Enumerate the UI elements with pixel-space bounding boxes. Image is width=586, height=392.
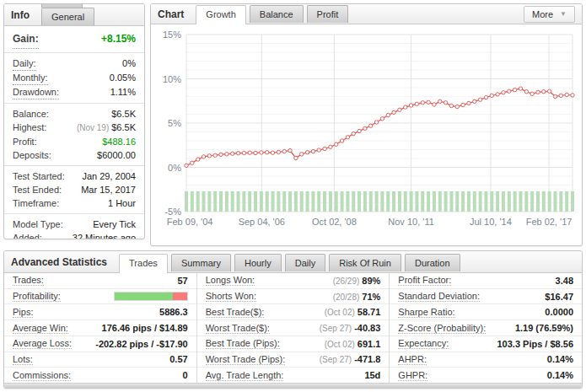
advanced-tab-trades[interactable]: Trades xyxy=(119,254,168,273)
info-value-note: (Nov 19) xyxy=(77,123,109,132)
advanced-statistics-title: Advanced Statistics xyxy=(11,256,107,268)
stat-label: Longs Won: xyxy=(206,275,255,286)
info-label: Added: xyxy=(13,231,42,239)
info-value: 1.11% xyxy=(110,85,136,99)
info-value: $488.16 xyxy=(102,135,136,148)
stat-value-note: (Sep 27) xyxy=(320,355,352,364)
stat-row-z-score-probability: Z-Score (Probability):1.19 (76.59%) xyxy=(390,320,582,336)
info-body: Gain:+8.15%Daily:0%Monthly:0.05%Drawdown… xyxy=(4,26,144,239)
stat-value: -202.82 pips / -$17.90 xyxy=(95,339,187,349)
advanced-tab-summary[interactable]: Summary xyxy=(171,254,231,271)
stat-row-expectancy: Expectancy:103.3 Pips / $8.56 xyxy=(390,336,582,352)
panel-footer xyxy=(4,383,582,388)
info-label: Timeframe: xyxy=(13,196,59,210)
stat-value: $16.47 xyxy=(545,292,573,302)
stat-value: 3.48 xyxy=(556,276,573,286)
stat-row-avg-trade-length: Avg. Trade Length:15d xyxy=(197,368,390,383)
stat-value: 0.14% xyxy=(547,370,573,380)
info-value: (Nov 19)$6.5K xyxy=(77,121,136,135)
stat-row-average-loss: Average Loss:-202.82 pips / -$17.90 xyxy=(4,336,196,352)
stat-value: 5886.3 xyxy=(159,307,188,317)
advanced-statistics-header: Advanced Statistics TradesSummaryHourlyD… xyxy=(4,251,582,273)
info-panel-title: Info xyxy=(11,9,30,21)
info-label: Monthly: xyxy=(13,71,48,85)
info-header: Info StatsGeneral xyxy=(4,4,144,26)
advanced-tab-hourly[interactable]: Hourly xyxy=(234,254,282,271)
info-row-highest: Highest:(Nov 19)$6.5K xyxy=(13,121,136,135)
stat-label: Commissions: xyxy=(13,370,71,381)
advanced-statistics-body: Trades:57Profitability:Pips:5886.3Averag… xyxy=(4,273,582,383)
info-section: Model Type:Every TickAdded:32 Minutes ag… xyxy=(4,213,144,239)
stat-value: (Sep 27)-40.83 xyxy=(320,323,381,333)
chart-tabs: GrowthBalanceProfit xyxy=(192,5,348,24)
stat-label: Shorts Won: xyxy=(206,291,256,302)
stats-column-left: Trades:57Profitability:Pips:5886.3Averag… xyxy=(4,273,196,383)
info-row-deposits: Deposits:$6000.00 xyxy=(13,148,136,162)
svg-text:Sep 04, '06: Sep 04, '06 xyxy=(239,217,285,227)
info-tab-general[interactable]: General xyxy=(41,8,94,25)
advanced-tab-daily[interactable]: Daily xyxy=(285,254,325,271)
stats-column-right: Profit Factor:3.48Standard Deviation:$16… xyxy=(389,273,582,383)
stat-row-sharpe-ratio: Sharpe Ratio:0.0000 xyxy=(390,304,582,320)
chart-header: Chart GrowthBalanceProfit More ▼ xyxy=(151,4,582,24)
stat-row-shorts-won: Shorts Won:(20/28)71% xyxy=(197,289,390,305)
info-section: Daily:0%Monthly:0.05%Drawdown:1.11% xyxy=(4,52,144,103)
info-value: $6000.00 xyxy=(97,148,136,162)
stat-label: Worst Trade (Pips): xyxy=(206,354,286,365)
stat-row-standard-deviation: Standard Deviation:$16.47 xyxy=(390,289,582,305)
stat-value: 103.3 Pips / $8.56 xyxy=(497,339,574,349)
stat-row-best-trade: Best Trade($):(Oct 02)58.71 xyxy=(197,304,390,320)
stat-value: (Oct 02)691.1 xyxy=(325,339,381,349)
stat-row-ghpr: GHPR:0.14% xyxy=(390,368,582,383)
info-label: Test Ended: xyxy=(13,183,62,196)
growth-chart: -5%0%5%10%15%Feb 09, '04Sep 04, '06Oct 0… xyxy=(151,24,582,245)
stat-value-note: (Oct 02) xyxy=(325,308,355,317)
chart-tab-profit[interactable]: Profit xyxy=(307,5,349,23)
advanced-tab-duration[interactable]: Duration xyxy=(405,254,460,271)
advanced-statistics-panel: Advanced Statistics TradesSummaryHourlyD… xyxy=(3,250,583,389)
info-value: 0% xyxy=(122,56,136,70)
info-row-daily: Daily:0% xyxy=(13,56,136,71)
stat-row-worst-trade: Worst Trade($):(Sep 27)-40.83 xyxy=(197,320,390,336)
chart-panel-title: Chart xyxy=(158,8,184,20)
stat-row-profitability: Profitability: xyxy=(4,289,196,305)
more-button[interactable]: More ▼ xyxy=(524,6,575,23)
stat-value: 0.57 xyxy=(169,354,187,364)
more-button-label: More xyxy=(532,9,553,19)
info-row-timeframe: Timeframe:1 Hour xyxy=(13,196,136,210)
stat-row-longs-won: Longs Won:(26/29)89% xyxy=(197,273,390,289)
svg-text:5%: 5% xyxy=(168,118,181,128)
stat-value: (20/28)71% xyxy=(333,292,381,302)
info-value: Jan 29, 2004 xyxy=(82,169,136,183)
stat-value: 15d xyxy=(364,370,380,380)
chevron-down-icon: ▼ xyxy=(560,10,567,18)
stats-column-middle: Longs Won:(26/29)89%Shorts Won:(20/28)71… xyxy=(196,273,390,383)
stat-row-lots: Lots:0.57 xyxy=(4,352,196,368)
info-value: Mar 15, 2017 xyxy=(81,183,136,196)
stat-value-note: (Sep 27) xyxy=(320,324,352,333)
stat-row-worst-trade-pips: Worst Trade (Pips):(Sep 27)-471.8 xyxy=(197,352,390,368)
advanced-tab-risk-of-ruin[interactable]: Risk Of Ruin xyxy=(329,254,401,271)
stat-label: Expectancy: xyxy=(398,338,449,349)
stat-value: 0.0000 xyxy=(545,307,573,317)
stat-value: 57 xyxy=(177,276,187,286)
svg-text:Jul 10, '14: Jul 10, '14 xyxy=(470,217,512,227)
svg-text:Oct 02, '08: Oct 02, '08 xyxy=(312,217,357,227)
info-label: Daily: xyxy=(13,56,36,71)
stat-row-pips: Pips:5886.3 xyxy=(4,304,196,320)
info-row-drawdown: Drawdown:1.11% xyxy=(13,85,136,99)
stat-label: Average Win: xyxy=(13,323,68,334)
chart-tab-balance[interactable]: Balance xyxy=(250,5,304,23)
info-row-balance: Balance:$6.5K xyxy=(13,107,136,121)
info-value: 32 Minutes ago xyxy=(73,231,136,239)
chart-tab-growth[interactable]: Growth xyxy=(196,5,245,24)
stat-value: 0.14% xyxy=(547,354,573,364)
svg-text:10%: 10% xyxy=(163,74,181,84)
info-row-test-ended: Test Ended:Mar 15, 2017 xyxy=(13,183,136,196)
top-row: Info StatsGeneral Gain:+8.15%Daily:0%Mon… xyxy=(3,3,583,246)
stat-label: Average Loss: xyxy=(13,338,72,349)
stat-label: Z-Score (Probability): xyxy=(398,323,486,334)
stat-value: (Sep 27)-471.8 xyxy=(320,354,381,364)
info-label: Profit: xyxy=(13,135,37,148)
svg-text:Feb 09, '04: Feb 09, '04 xyxy=(167,217,213,227)
